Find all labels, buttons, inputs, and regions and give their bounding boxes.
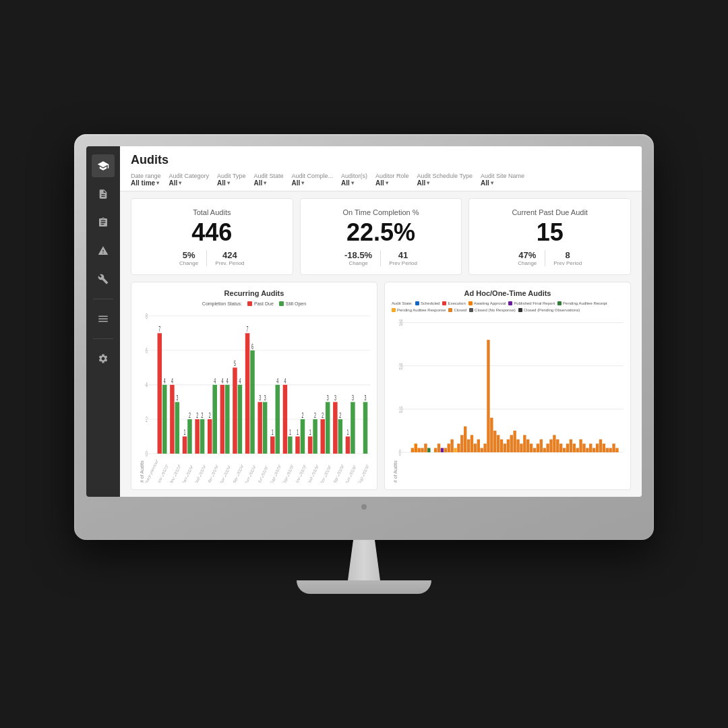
recurring-audits-title: Recurring Audits	[138, 289, 370, 297]
kpi-card-0: Total Audits 446 5% Change 424 Prev. Per…	[131, 198, 293, 275]
kpi-footer-1: -18.5% Change 41 Prev Period	[344, 250, 417, 266]
filter-1[interactable]: Audit Category All ▾	[169, 173, 210, 187]
svg-rect-66	[295, 436, 300, 454]
svg-rect-115	[457, 444, 460, 452]
svg-text:7: 7	[158, 325, 160, 334]
filter-5[interactable]: Auditor(s) All ▾	[341, 173, 367, 187]
svg-text:Nov 2025: Nov 2025	[294, 462, 306, 483]
filter-0[interactable]: Date range All time ▾	[131, 173, 161, 187]
sidebar-icon-document[interactable]	[92, 183, 115, 206]
svg-rect-141	[543, 448, 546, 452]
svg-text:Mar 2024: Mar 2024	[206, 463, 218, 483]
svg-text:Apr 2024: Apr 2024	[219, 463, 231, 483]
svg-rect-63	[288, 436, 293, 454]
svg-rect-143	[549, 439, 552, 452]
monitor-bezel: Audits Date range All time ▾ Audit Categ…	[74, 134, 654, 540]
svg-text:3: 3	[264, 394, 266, 402]
svg-rect-120	[474, 444, 477, 452]
recurring-legend: Completion Status: Past Due Still Open	[138, 301, 370, 306]
svg-text:1: 1	[272, 428, 274, 437]
svg-rect-16	[170, 385, 175, 454]
monitor-wrapper: Audits Date range All time ▾ Audit Categ…	[74, 134, 654, 594]
sidebar-icon-tools[interactable]	[92, 268, 115, 291]
svg-rect-133	[516, 439, 519, 452]
filter-7[interactable]: Audit Schedule Type All ▾	[417, 173, 473, 187]
svg-rect-116	[460, 435, 463, 452]
svg-text:3: 3	[327, 394, 329, 402]
svg-text:2: 2	[302, 411, 304, 420]
kpi-card-2: Current Past Due Audit 15 47% Change 8 P…	[468, 198, 631, 275]
svg-text:2: 2	[189, 411, 191, 420]
svg-rect-18	[175, 402, 180, 454]
legend-label: Completion Status:	[202, 301, 242, 306]
svg-rect-36	[220, 385, 225, 454]
kpi-prev-1: 41 Prev Period	[389, 250, 417, 266]
svg-rect-107	[427, 448, 430, 452]
svg-text:6: 6	[251, 342, 253, 351]
svg-text:Nov 2023: Nov 2023	[156, 462, 169, 483]
svg-text:3: 3	[352, 394, 354, 402]
svg-rect-110	[441, 448, 444, 452]
svg-rect-144	[553, 435, 555, 452]
filter-2[interactable]: Audit Type All ▾	[217, 173, 245, 187]
sidebar	[86, 146, 120, 497]
svg-text:Jun 2026: Jun 2026	[344, 463, 357, 483]
svg-rect-156	[593, 448, 595, 452]
filter-3[interactable]: Audit State All ▾	[253, 173, 283, 187]
recurring-chart-body: # of Audits 02468Primary period74Nov 202…	[138, 309, 370, 483]
sidebar-icon-list[interactable]	[92, 307, 115, 330]
sidebar-icon-graduation[interactable]	[92, 154, 115, 177]
svg-text:Aug 2025: Aug 2025	[269, 462, 281, 483]
svg-text:0: 0	[399, 448, 401, 457]
monitor-screen: Audits Date range All time ▾ Audit Categ…	[86, 146, 642, 497]
svg-rect-78	[326, 402, 330, 454]
main-content: Audits Date range All time ▾ Audit Categ…	[120, 146, 642, 497]
svg-text:4: 4	[239, 377, 241, 386]
svg-rect-131	[510, 435, 513, 452]
svg-text:3: 3	[259, 394, 261, 402]
svg-text:8: 8	[146, 312, 148, 321]
svg-rect-158	[599, 439, 602, 452]
svg-rect-126	[493, 431, 496, 452]
adhoc-audits-chart: Ad Hoc/One-Time Audits Audit State: Sche…	[384, 282, 631, 490]
recurring-chart-inner: 02468Primary period74Nov 202343Dec 20231…	[144, 309, 370, 483]
svg-rect-106	[424, 444, 427, 452]
svg-text:May 2026: May 2026	[332, 462, 344, 483]
legend-still-open: Still Open	[279, 301, 306, 306]
svg-rect-117	[464, 427, 466, 453]
svg-text:4: 4	[146, 381, 148, 390]
svg-text:30: 30	[399, 318, 402, 328]
svg-rect-118	[467, 439, 470, 452]
kpi-footer-0: 5% Change 424 Prev. Period	[179, 250, 244, 266]
filter-6[interactable]: Auditor Role All ▾	[375, 173, 409, 187]
monitor-chin	[86, 501, 642, 513]
sidebar-icon-warning[interactable]	[92, 239, 115, 262]
svg-rect-108	[434, 448, 437, 452]
adhoc-legend: Audit State: Scheduled Execution Awaitin…	[392, 301, 624, 312]
svg-rect-43	[238, 385, 243, 454]
kpi-change-0: 5% Change	[179, 250, 207, 266]
svg-rect-154	[586, 448, 588, 452]
svg-rect-21	[183, 436, 187, 454]
sidebar-icon-settings[interactable]	[92, 347, 115, 370]
svg-text:Feb 2024: Feb 2024	[194, 463, 206, 483]
svg-rect-111	[444, 448, 447, 452]
filter-4[interactable]: Audit Comple... All ▾	[291, 173, 333, 187]
svg-text:2: 2	[339, 411, 341, 420]
svg-text:2: 2	[209, 411, 211, 420]
svg-text:Jun 2024: Jun 2024	[244, 463, 256, 483]
svg-text:3: 3	[334, 394, 336, 402]
svg-text:2: 2	[322, 411, 324, 420]
svg-rect-56	[270, 436, 275, 454]
kpi-title-1: On Time Completion %	[342, 208, 419, 216]
monitor-stand-neck	[337, 540, 391, 580]
sidebar-icon-clipboard[interactable]	[92, 211, 115, 234]
svg-text:1: 1	[347, 428, 349, 437]
kpi-prev-0: 424 Prev. Period	[215, 250, 244, 266]
svg-rect-23	[187, 419, 192, 454]
kpi-value-2: 15	[537, 220, 564, 245]
svg-rect-33	[212, 385, 217, 454]
svg-text:4: 4	[171, 377, 173, 386]
kpi-change-1: -18.5% Change	[344, 250, 381, 266]
filter-8[interactable]: Audit Site Name All ▾	[481, 173, 524, 187]
